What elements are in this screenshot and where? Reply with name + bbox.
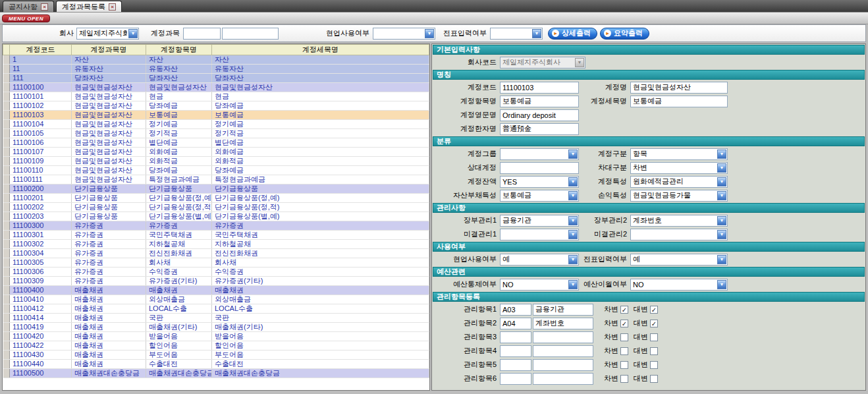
debit-checkbox[interactable]: ✓ <box>620 320 628 327</box>
table-row[interactable]: 11100500매출채권대손충당금매출채권대손충당금매출채권대손충당금 <box>3 369 429 378</box>
mgmt-item-name-input[interactable] <box>533 331 593 343</box>
table-row[interactable]: 11100203단기금융상품단기금융상품(별,예)단기금융상품(별,예) <box>3 212 429 221</box>
row-selector-gutter[interactable] <box>3 221 10 231</box>
account-name-input[interactable] <box>630 82 728 94</box>
table-row[interactable]: 11100111현금및현금성자산특정현금과예금특정현금과예금 <box>3 175 429 184</box>
table-row[interactable]: 11100100현금및현금성자산현금및현금성자산현금및현금성자산 <box>3 83 429 92</box>
debit-credit-division-select[interactable]: 차변 ▼ <box>630 162 728 174</box>
table-row[interactable]: 11100302유가증권지하철공채지하철공채 <box>3 240 429 249</box>
credit-checkbox[interactable] <box>650 375 658 383</box>
debit-checkbox[interactable] <box>620 333 628 341</box>
detail-print-button[interactable]: ▸ 상세출력 <box>548 28 597 40</box>
table-row[interactable]: 11100414매출채권국판국판 <box>3 314 429 323</box>
slip-entry-filter-select[interactable]: ▼ <box>490 28 543 40</box>
table-row[interactable]: 11100105현금및현금성자산정기적금정기적금 <box>3 129 429 138</box>
mgmt-item-code-input[interactable] <box>500 345 531 357</box>
row-selector-gutter[interactable] <box>3 267 10 277</box>
menu-open-button[interactable]: MENU OPEN <box>2 14 50 22</box>
row-selector-gutter[interactable] <box>3 286 10 295</box>
account-trait-select[interactable]: 원화예적금관리 ▼ <box>630 176 728 188</box>
row-selector-gutter[interactable] <box>3 148 10 157</box>
row-selector-gutter[interactable] <box>3 304 10 314</box>
row-selector-gutter[interactable] <box>3 166 10 175</box>
row-selector-gutter[interactable] <box>3 65 10 74</box>
credit-checkbox[interactable] <box>650 333 658 341</box>
table-row[interactable]: 11100420매출채권받을어음받을어음 <box>3 332 429 341</box>
table-row[interactable]: 11100109현금및현금성자산외화적금외화적금 <box>3 157 429 166</box>
table-row[interactable]: 11100306유가증권수익증권수익증권 <box>3 267 429 277</box>
table-row[interactable]: 11100200단기금융상품단기금융상품단기금융상품 <box>3 184 429 194</box>
row-selector-gutter[interactable] <box>3 138 10 148</box>
table-row[interactable]: 11100102현금및현금성자산당좌예금당좌예금 <box>3 101 429 111</box>
row-selector-gutter[interactable] <box>3 360 10 369</box>
table-row[interactable]: 11100101현금및현금성자산현금현금 <box>3 92 429 101</box>
row-selector-gutter[interactable] <box>3 323 10 332</box>
table-row[interactable]: 11100412매출채권LOCAL수출LOCAL수출 <box>3 304 429 314</box>
row-selector-gutter[interactable] <box>3 295 10 304</box>
row-selector-gutter[interactable] <box>3 83 10 92</box>
row-selector-gutter[interactable] <box>3 203 10 212</box>
table-row[interactable]: 11100422매출채권할인어음할인어음 <box>3 341 429 351</box>
table-row[interactable]: 11유동자산유동자산유동자산 <box>3 65 429 74</box>
mgmt-item-code-input[interactable] <box>500 373 531 385</box>
item-name-input[interactable] <box>500 96 579 107</box>
table-row[interactable]: 11100440매출채권수출대전수출대전 <box>3 360 429 369</box>
summary-print-button[interactable]: ▸ 요약출력 <box>600 28 649 40</box>
row-selector-gutter[interactable] <box>3 175 10 184</box>
table-row[interactable]: 11100410매출채권외상매출금외상매출금 <box>3 295 429 304</box>
table-row[interactable]: 11100400매출채권매출채권매출채권 <box>3 286 429 295</box>
table-row[interactable]: 11100305유가증권회사채회사채 <box>3 258 429 267</box>
table-row[interactable]: 111당좌자산당좌자산당좌자산 <box>3 74 429 83</box>
table-row[interactable]: 11100110현금및현금성자산당좌예금당좌예금 <box>3 166 429 175</box>
account-name-filter-input[interactable] <box>222 28 279 40</box>
hanja-name-input[interactable] <box>500 123 579 135</box>
row-selector-gutter[interactable] <box>3 332 10 341</box>
row-selector-gutter[interactable] <box>3 101 10 111</box>
mgmt-item-name-input[interactable] <box>533 304 593 316</box>
tab-notice[interactable]: 공지사항 × <box>3 1 54 12</box>
debit-checkbox[interactable] <box>620 361 628 369</box>
counter-account-input[interactable] <box>500 162 579 174</box>
account-group-select[interactable]: ▼ <box>500 148 579 160</box>
row-selector-gutter[interactable] <box>3 184 10 194</box>
row-selector-gutter[interactable] <box>3 341 10 351</box>
field-use-filter-select[interactable]: ▼ <box>373 28 435 40</box>
mgmt-item-code-input[interactable] <box>500 304 531 316</box>
open-mgmt2-select[interactable]: ▼ <box>630 229 728 240</box>
table-row[interactable]: 11100202단기금융상품단기금융상품(정,적)단기금융상품(정,적) <box>3 203 429 212</box>
row-selector-gutter[interactable] <box>3 240 10 249</box>
mgmt-item-code-input[interactable] <box>500 331 531 343</box>
row-selector-gutter[interactable] <box>3 120 10 129</box>
mgmt-item-name-input[interactable] <box>533 359 593 371</box>
table-row[interactable]: 11100106현금및현금성자산별단예금별단예금 <box>3 138 429 148</box>
credit-checkbox[interactable] <box>650 361 658 369</box>
company-code-select[interactable]: 제일제지주식회사 ▼ <box>500 57 585 69</box>
open-mgmt1-select[interactable]: ▼ <box>500 229 579 240</box>
account-code-input[interactable] <box>500 82 579 94</box>
detail-name-input[interactable] <box>630 96 728 107</box>
book-mgmt1-select[interactable]: 금융기관 ▼ <box>500 215 579 227</box>
row-selector-gutter[interactable] <box>3 351 10 360</box>
account-code-filter-input[interactable] <box>183 28 221 40</box>
row-selector-gutter[interactable] <box>3 277 10 286</box>
mgmt-item-name-input[interactable] <box>533 318 593 329</box>
credit-checkbox[interactable]: ✓ <box>650 320 658 327</box>
row-selector-gutter[interactable] <box>3 249 10 258</box>
table-row[interactable]: 11100300유가증권유가증권유가증권 <box>3 221 429 231</box>
table-row[interactable]: 11100201단기금융상품단기금융상품(정,예)단기금융상품(정,예) <box>3 194 429 203</box>
row-selector-gutter[interactable] <box>3 212 10 221</box>
table-row[interactable]: 11100419매출채권매출채권(기타)매출채권(기타) <box>3 323 429 332</box>
table-row[interactable]: 1자산자산자산 <box>3 55 429 65</box>
budget-control-select[interactable]: NO ▼ <box>500 279 579 291</box>
english-name-input[interactable] <box>500 109 579 121</box>
row-selector-gutter[interactable] <box>3 369 10 378</box>
credit-checkbox[interactable] <box>650 347 658 355</box>
row-selector-gutter[interactable] <box>3 92 10 101</box>
table-row[interactable]: 11100107현금및현금성자산외화예금외화예금 <box>3 148 429 157</box>
debit-checkbox[interactable] <box>620 347 628 355</box>
mgmt-item-name-input[interactable] <box>533 345 593 357</box>
table-row[interactable]: 11100103현금및현금성자산보통예금보통예금 <box>3 111 429 120</box>
profit-loss-select[interactable]: 현금및현금등가물 ▼ <box>630 190 728 202</box>
tab-close-icon[interactable]: × <box>109 3 116 11</box>
table-row[interactable]: 11100104현금및현금성자산정기예금정기예금 <box>3 120 429 129</box>
